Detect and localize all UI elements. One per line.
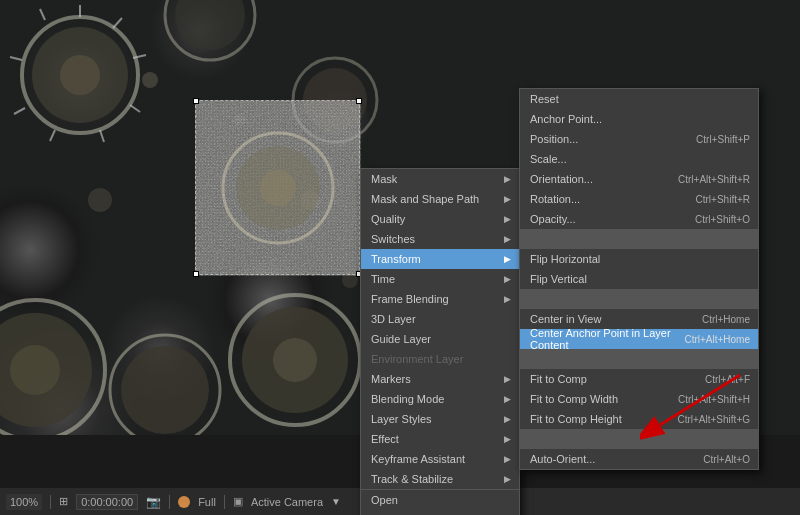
viewer-icon: ▣ [233,495,243,508]
submenu-item-center-anchor-point[interactable]: Center Anchor Point in Layer Content Ctr… [520,329,758,349]
menu-item-guide-layer[interactable]: Guide Layer [361,329,519,349]
menu-item-mask-shape-path[interactable]: Mask and Shape Path ▶ [361,189,519,209]
menu-item-quality[interactable]: Quality ▶ [361,209,519,229]
svg-line-27 [10,57,22,60]
menu-item-blending-mode[interactable]: Blending Mode ▶ [361,389,519,409]
selected-layer [195,100,360,275]
timecode[interactable]: 0:00:00:00 [76,494,138,510]
view-quality[interactable]: Full [198,496,216,508]
submenu-arrow: ▶ [504,294,511,304]
svg-point-32 [260,170,296,206]
toolbar-separator [50,495,51,509]
svg-line-28 [40,9,45,20]
submenu-item-orientation[interactable]: Orientation... Ctrl+Alt+Shift+R [520,169,758,189]
submenu-arrow: ▶ [504,274,511,284]
submenu-item-flip-horizontal[interactable]: Flip Horizontal [520,249,758,269]
submenu-item-scale[interactable]: Scale... [520,149,758,169]
toolbar-separator-3 [224,495,225,509]
zoom-level[interactable]: 100% [6,494,42,510]
menu-item-3d-layer[interactable]: 3D Layer [361,309,519,329]
submenu-item-fit-comp-height[interactable]: Fit to Comp Height Ctrl+Alt+Shift+G [520,409,758,429]
fit-icon[interactable]: ⊞ [59,495,68,508]
menu-item-transform[interactable]: Transform ▶ [361,249,519,269]
menu-item-environment-layer: Environment Layer [361,349,519,369]
svg-line-21 [113,18,122,28]
camera-icon: 📷 [146,495,161,509]
submenu-separator-2 [520,289,758,309]
menu-item-reveal[interactable]: Reveal ▶ [361,510,519,515]
menu-item-track-stabilize[interactable]: Track & Stabilize ▶ [361,469,519,489]
submenu-item-rotation[interactable]: Rotation... Ctrl+Shift+R [520,189,758,209]
submenu-item-position[interactable]: Position... Ctrl+Shift+P [520,129,758,149]
submenu-arrow: ▶ [504,254,511,264]
submenu-arrow: ▶ [504,174,511,184]
svg-line-25 [50,130,55,141]
menu-item-frame-blending[interactable]: Frame Blending ▶ [361,289,519,309]
color-circle-red [178,496,190,508]
menu-item-markers[interactable]: Markers ▶ [361,369,519,389]
submenu-arrow: ▶ [504,194,511,204]
context-menu[interactable]: Mask ▶ Mask and Shape Path ▶ Quality ▶ S… [360,168,520,515]
svg-line-23 [130,105,140,112]
submenu-arrow: ▶ [504,454,511,464]
submenu-arrow: ▶ [504,474,511,484]
submenu-item-fit-to-comp[interactable]: Fit to Comp Ctrl+Alt+F [520,369,758,389]
svg-line-26 [14,108,25,114]
submenu-item-auto-orient[interactable]: Auto-Orient... Ctrl+Alt+O [520,449,758,469]
submenu-item-fit-comp-width[interactable]: Fit to Comp Width Ctrl+Alt+Shift+H [520,389,758,409]
submenu-item-reset[interactable]: Reset [520,89,758,109]
submenu-item-opacity[interactable]: Opacity... Ctrl+Shift+O [520,209,758,229]
menu-item-open[interactable]: Open [361,490,519,510]
menu-item-effect[interactable]: Effect ▶ [361,429,519,449]
menu-item-keyframe-assistant[interactable]: Keyframe Assistant ▶ [361,449,519,469]
submenu-arrow: ▶ [504,394,511,404]
toolbar-separator-2 [169,495,170,509]
submenu-separator-1 [520,229,758,249]
menu-item-time[interactable]: Time ▶ [361,269,519,289]
submenu-separator-3 [520,349,758,369]
svg-line-24 [100,130,104,142]
submenu-arrow: ▶ [504,414,511,424]
submenu-item-anchor-point[interactable]: Anchor Point... [520,109,758,129]
menu-item-switches[interactable]: Switches ▶ [361,229,519,249]
submenu-arrow: ▶ [504,234,511,244]
submenu-separator-4 [520,429,758,449]
menu-item-mask[interactable]: Mask ▶ [361,169,519,189]
dropdown-arrow[interactable]: ▼ [331,496,341,507]
submenu-arrow: ▶ [504,214,511,224]
submenu-item-center-in-view[interactable]: Center in View Ctrl+Home [520,309,758,329]
submenu-arrow: ▶ [504,374,511,384]
submenu-item-flip-vertical[interactable]: Flip Vertical [520,269,758,289]
submenu-arrow: ▶ [504,434,511,444]
menu-item-layer-styles[interactable]: Layer Styles ▶ [361,409,519,429]
transform-submenu[interactable]: Reset Anchor Point... Position... Ctrl+S… [519,88,759,470]
camera-view[interactable]: Active Camera [251,496,323,508]
svg-line-22 [133,55,146,58]
